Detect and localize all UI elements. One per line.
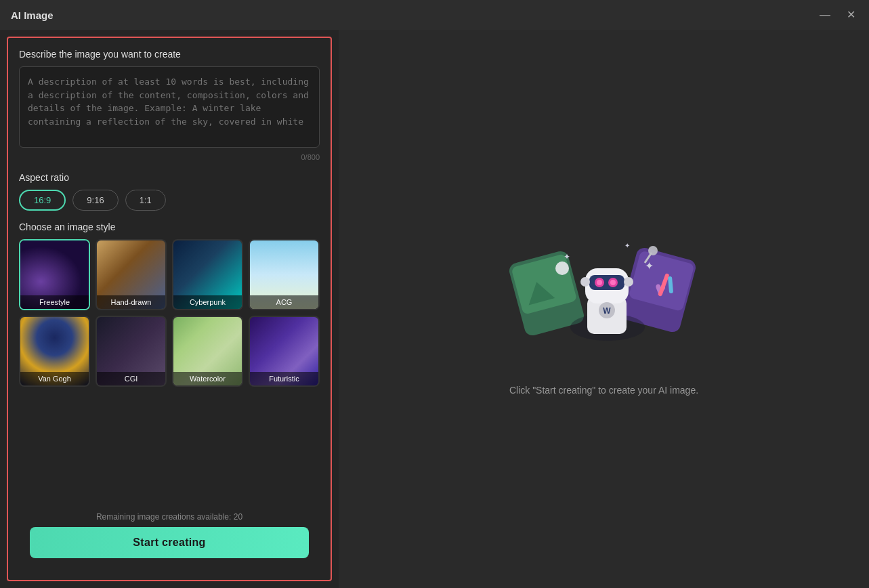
char-count: 0/800 — [19, 153, 320, 161]
style-section: Choose an image style Freestyle Hand-dra… — [19, 222, 320, 387]
aspect-ratio-label: Aspect ratio — [19, 172, 320, 183]
window-controls: — ✕ — [817, 8, 858, 22]
style-vangogh[interactable]: Van Gogh — [19, 316, 90, 387]
svg-point-13 — [610, 280, 616, 285]
style-label: Choose an image style — [19, 222, 320, 232]
describe-label: Describe the image you want to create — [19, 49, 320, 60]
aspect-btn-1-1[interactable]: 1:1 — [125, 190, 166, 211]
style-cgi[interactable]: CGI — [96, 316, 167, 387]
style-freestyle-label: Freestyle — [20, 295, 89, 309]
svg-text:✦: ✦ — [645, 260, 654, 272]
svg-point-11 — [597, 280, 602, 285]
style-freestyle[interactable]: Freestyle — [19, 239, 90, 310]
robot-illustration-area: ♥ W — [503, 222, 706, 364]
close-button[interactable]: ✕ — [844, 8, 858, 22]
style-vangogh-label: Van Gogh — [20, 372, 89, 385]
start-creating-button[interactable]: Start creating — [30, 527, 309, 558]
style-grid: Freestyle Hand-drawn Cyberpunk — [19, 239, 320, 387]
titlebar: AI Image — ✕ — [0, 0, 869, 30]
aspect-ratio-section: Aspect ratio 16:9 9:16 1:1 — [19, 172, 320, 211]
aspect-btn-9-16[interactable]: 9:16 — [72, 190, 118, 211]
style-futuristic-label: Futuristic — [250, 372, 318, 385]
svg-text:✦: ✦ — [564, 252, 570, 261]
svg-text:✦: ✦ — [624, 242, 630, 249]
window-title: AI Image — [11, 9, 54, 21]
bottom-bar: Remaining image creations available: 20 … — [19, 505, 320, 569]
app-window: AI Image — ✕ Describe the image you want… — [0, 0, 869, 588]
remaining-count: Remaining image creations available: 20 — [96, 512, 242, 522]
style-acg-label: ACG — [250, 295, 318, 309]
describe-section: Describe the image you want to create 0/… — [19, 49, 320, 161]
style-watercolor[interactable]: Watercolor — [172, 316, 243, 387]
minimize-button[interactable]: — — [817, 8, 833, 22]
style-cgi-label: CGI — [97, 372, 165, 385]
svg-point-17 — [624, 277, 633, 287]
svg-point-20 — [648, 246, 658, 255]
svg-rect-9 — [589, 275, 624, 290]
main-content: Describe the image you want to create 0/… — [0, 30, 869, 588]
svg-text:W: W — [603, 306, 611, 316]
description-input[interactable] — [19, 66, 320, 148]
robot-illustration: ♥ W — [503, 222, 706, 364]
style-handdrawn-label: Hand-drawn — [97, 295, 165, 309]
svg-point-16 — [580, 277, 590, 287]
style-handdrawn[interactable]: Hand-drawn — [96, 239, 167, 310]
aspect-buttons: 16:9 9:16 1:1 — [19, 190, 320, 211]
style-watercolor-label: Watercolor — [173, 372, 242, 385]
style-cyberpunk-label: Cyberpunk — [173, 295, 242, 309]
svg-point-18 — [555, 261, 569, 275]
aspect-btn-16-9[interactable]: 16:9 — [19, 190, 66, 211]
style-futuristic[interactable]: Futuristic — [249, 316, 320, 387]
left-panel: Describe the image you want to create 0/… — [7, 37, 332, 581]
right-panel: ♥ W — [339, 30, 869, 588]
style-cyberpunk[interactable]: Cyberpunk — [172, 239, 243, 310]
hint-text: Click "Start creating" to create your AI… — [509, 385, 698, 396]
style-acg[interactable]: ACG — [249, 239, 320, 310]
